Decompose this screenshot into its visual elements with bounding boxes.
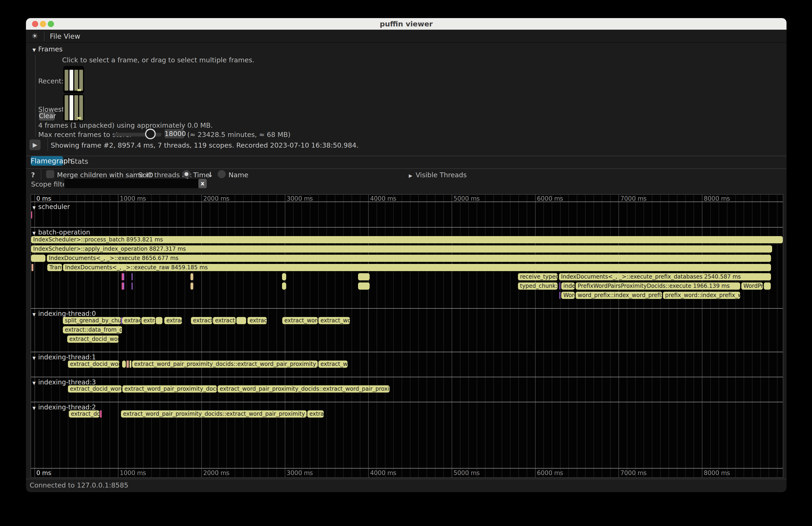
flame-scope-bar[interactable]: extract_ (213, 317, 236, 324)
flame-scope-bar[interactable]: WordPr (741, 282, 763, 290)
thread-header-batch-operation[interactable]: ▼batch-operation (32, 229, 90, 236)
flame-scope-bar[interactable] (100, 410, 102, 418)
flame-scope-bar[interactable]: extract_doc (69, 410, 99, 418)
flame-scope-bar[interactable]: extract::data_from_ob (63, 326, 122, 334)
flame-scope-bar[interactable]: extract_ (191, 317, 212, 324)
tab-flamegraph[interactable]: Flamegraph (31, 156, 63, 166)
flame-scope-bar[interactable]: Word (561, 292, 575, 299)
flame-scope-bar[interactable]: extract_wo (318, 317, 350, 324)
frame-bar[interactable] (65, 70, 68, 91)
sort-by-time-radio[interactable] (183, 170, 190, 178)
flame-scope-bar[interactable]: IndexScheduler>::apply_index_operation 8… (31, 245, 772, 252)
flame-scope-bar[interactable]: Trans (47, 264, 62, 271)
flame-scope-bar[interactable] (236, 317, 246, 324)
theme-sun-icon[interactable]: ☀ (31, 32, 38, 40)
flame-scope-bar[interactable] (122, 282, 123, 290)
flame-scope-bar[interactable]: IndexDocuments<_, _>::execute_raw 8459.1… (63, 264, 771, 271)
thread-header-scheduler[interactable]: ▼scheduler (32, 203, 70, 210)
frames-section-header[interactable]: ▼Frames (32, 45, 62, 53)
axis-line (31, 202, 783, 202)
flame-scope-bar[interactable] (560, 292, 560, 299)
tab-stats[interactable]: Stats (70, 157, 88, 165)
flame-scope-bar[interactable] (190, 282, 193, 290)
flame-scope-bar[interactable]: extract_docid_word (68, 361, 119, 368)
help-button[interactable]: ? (31, 171, 35, 179)
flame-scope-bar[interactable]: extract_word_pair_proximity_docids::extr… (132, 361, 318, 368)
flame-scope-bar[interactable]: extract (122, 317, 141, 324)
flame-scope-bar[interactable]: receive_typed_ (518, 273, 557, 280)
flame-scope-bar[interactable] (31, 255, 45, 262)
clear-filter-button[interactable]: x (198, 179, 207, 188)
flame-scope-bar[interactable] (358, 282, 369, 290)
flame-scope-bar[interactable]: IndexDocuments<_, _>::execute 8656.677 m… (47, 255, 771, 262)
frame-bar[interactable] (74, 95, 78, 120)
menu-item-view[interactable]: View (64, 32, 80, 40)
flame-scope-bar[interactable]: typed_chunk::w (518, 282, 557, 290)
frame-thumbnail-recent[interactable] (63, 66, 84, 93)
flame-scope-bar[interactable] (132, 273, 133, 280)
flame-scope-bar[interactable] (282, 273, 286, 280)
flame-scope-bar[interactable]: extract_docid_word (68, 385, 122, 393)
flame-scope-bar[interactable]: extra (141, 317, 155, 324)
flame-scope-bar[interactable] (122, 273, 123, 280)
flame-scope-bar[interactable] (31, 264, 33, 271)
merge-children-checkbox[interactable] (46, 170, 54, 178)
frame-bar-selected[interactable] (70, 95, 73, 120)
flame-scope-bar[interactable]: extrac (164, 317, 182, 324)
axis-label: 8000 ms (704, 195, 730, 202)
thread-header-indexing-thread-0[interactable]: ▼indexing-thread:0 (32, 310, 96, 318)
flame-scope-bar[interactable] (31, 211, 32, 219)
frame-bar-selected[interactable] (70, 70, 73, 91)
flame-scope-bar[interactable]: extract_word_pair_proximity_docids::extr… (218, 385, 390, 393)
flamegraph-canvas[interactable]: 0 ms0 ms1000 ms1000 ms2000 ms2000 ms3000… (31, 194, 783, 478)
frame-thumbnail-slowest[interactable] (63, 94, 84, 121)
flame-scope-bar[interactable] (123, 273, 124, 280)
flame-scope-bar[interactable] (764, 282, 771, 290)
flame-scope-bar[interactable] (123, 282, 124, 290)
thread-header-indexing-thread-1[interactable]: ▼indexing-thread:1 (32, 353, 96, 361)
flame-scope-bar[interactable] (560, 282, 560, 290)
flame-scope-bar[interactable]: extract_docid_word (67, 336, 119, 343)
flame-scope-bar[interactable] (127, 361, 129, 368)
thread-header-label: scheduler (38, 203, 70, 210)
flame-scope-bar[interactable]: extract_word (282, 317, 318, 324)
clear-button[interactable]: Clear (39, 112, 55, 120)
frame-tick (77, 117, 81, 119)
flame-scope-bar[interactable]: index (561, 282, 575, 290)
flame-scope-bar[interactable] (358, 273, 369, 280)
visible-threads-header[interactable]: ▶Visible Threads (409, 171, 467, 179)
flame-scope-bar[interactable]: PrefixWordPairsProximityDocids::execute … (576, 282, 740, 290)
slider-knob[interactable] (145, 129, 156, 139)
scope-filter-input[interactable] (64, 179, 199, 188)
frame-bar[interactable] (74, 70, 78, 91)
sort-direction-arrow-icon[interactable]: ↓ (207, 171, 213, 179)
flame-scope-bar[interactable]: prefix_word::index_prefix_wo (663, 292, 740, 299)
menu-item-file[interactable]: File (50, 32, 61, 40)
flame-scope-bar[interactable]: split_grenad_by_chun (63, 317, 121, 324)
flame-scope-bar[interactable]: extract_word_pair_proximity_docids::extr… (121, 410, 307, 418)
frame-bar[interactable] (65, 95, 68, 120)
flame-scope-bar[interactable] (130, 361, 131, 368)
flame-scope-bar[interactable] (132, 282, 133, 290)
flame-scope-bar[interactable]: word_prefix::index_word_prefix_ (576, 292, 662, 299)
flame-scope-bar[interactable]: extrac (307, 410, 324, 418)
frame-bar[interactable] (79, 95, 83, 120)
sort-by-name-radio[interactable] (218, 170, 226, 178)
play-button[interactable]: ▶ (29, 140, 41, 150)
thread-header-indexing-thread-2[interactable]: ▼indexing-thread:2 (32, 404, 96, 411)
thread-header-label: indexing-thread:1 (38, 353, 96, 361)
flame-scope-bar[interactable] (156, 317, 162, 324)
flame-scope-bar[interactable] (190, 273, 193, 280)
flame-scope-bar[interactable]: extract (247, 317, 267, 324)
flame-scope-bar[interactable]: IndexScheduler>::process_batch 8953.821 … (31, 236, 783, 243)
max-frames-value[interactable]: 18000 (164, 129, 184, 138)
flame-scope-bar[interactable]: extract_wo (318, 361, 348, 368)
flame-scope-bar[interactable] (282, 282, 286, 290)
flame-scope-bar[interactable] (122, 361, 126, 368)
thread-header-indexing-thread-3[interactable]: ▼indexing-thread:3 (32, 378, 96, 386)
flame-scope-bar[interactable]: extract_word_pair_proximity_docids (122, 385, 217, 393)
max-frames-note: (≈ 23428.5 minutes, ≈ 68 MB) (187, 131, 291, 138)
flame-scope-bar[interactable]: IndexDocuments<_, _>::execute_prefix_dat… (559, 273, 771, 280)
frame-bar[interactable] (79, 70, 83, 91)
sort-name-label[interactable]: Name (229, 171, 248, 179)
